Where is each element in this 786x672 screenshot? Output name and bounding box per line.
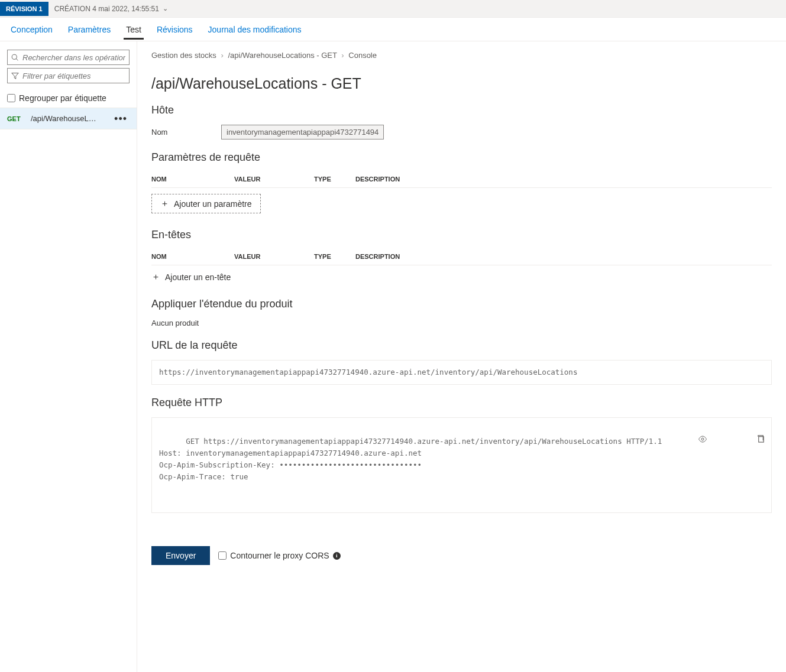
tab-design[interactable]: Conception	[8, 19, 55, 40]
revision-bar: RÉVISION 1 CRÉATION 4 mai 2022, 14:55:51…	[0, 0, 786, 18]
col-value: VALEUR	[234, 176, 314, 183]
breadcrumb: Gestion des stocks › /api/WarehouseLocat…	[151, 51, 772, 60]
tab-revisions[interactable]: Révisions	[154, 19, 195, 40]
add-param-label: Ajouter un paramètre	[174, 199, 252, 209]
headers-heading: En-têtes	[151, 229, 772, 241]
host-name-label: Nom	[151, 128, 216, 137]
col-name: NOM	[151, 176, 234, 183]
host-name-value[interactable]: inventorymanagementapiappapi4732771494	[221, 125, 384, 139]
http-request-body: GET https://inventorymanagementapiappapi…	[159, 437, 662, 481]
tab-changelog[interactable]: Journal des modifications	[206, 19, 304, 40]
add-header-button[interactable]: ＋ Ajouter un en-tête	[151, 271, 231, 283]
tab-test[interactable]: Test	[124, 19, 144, 40]
eye-icon[interactable]	[653, 423, 707, 459]
tab-params[interactable]: Paramètres	[66, 19, 113, 40]
http-request-heading: Requête HTTP	[151, 397, 772, 409]
operation-verb: GET	[7, 115, 31, 122]
more-icon[interactable]: •••	[112, 116, 130, 122]
http-request-box: GET https://inventorymanagementapiappapi…	[151, 417, 772, 513]
filter-tags[interactable]	[7, 68, 130, 83]
add-header-label: Ajouter un en-tête	[165, 272, 231, 282]
search-input[interactable]	[22, 53, 125, 62]
tab-bar: Conception Paramètres Test Révisions Jou…	[0, 18, 786, 41]
page-title: /api/WarehouseLocations - GET	[151, 75, 772, 92]
cors-checkbox[interactable]	[218, 551, 227, 560]
test-console: Gestion des stocks › /api/WarehouseLocat…	[137, 41, 786, 672]
group-by-tag[interactable]: Regrouper par étiquette	[0, 91, 137, 108]
col-value: VALEUR	[234, 253, 314, 260]
request-url-box: https://inventorymanagementapiappapi4732…	[151, 360, 772, 385]
col-type: TYPE	[314, 253, 355, 260]
crumb-console: Console	[348, 51, 377, 60]
col-name: NOM	[151, 253, 234, 260]
group-by-tag-checkbox[interactable]	[7, 94, 15, 102]
search-icon	[11, 54, 19, 61]
chevron-right-icon: ›	[341, 51, 344, 60]
request-url-heading: URL de la requête	[151, 339, 772, 352]
col-desc: DESCRIPTION	[355, 253, 772, 260]
creation-date-text: CRÉATION 4 mai 2022, 14:55:51	[54, 5, 159, 13]
query-params-heading: Paramètres de requête	[151, 151, 772, 164]
host-heading: Hôte	[151, 104, 772, 116]
chevron-down-icon: ⌄	[163, 5, 168, 12]
search-operations[interactable]	[7, 50, 130, 65]
operation-item[interactable]: GET /api/WarehouseL… •••	[0, 108, 137, 129]
crumb-operation[interactable]: /api/WarehouseLocations - GET	[228, 51, 337, 60]
revision-badge[interactable]: RÉVISION 1	[0, 2, 48, 16]
product-scope-heading: Appliquer l'étendue du produit	[151, 298, 772, 310]
query-params-header: NOM VALEUR TYPE DESCRIPTION	[151, 172, 772, 188]
cors-label: Contourner le proxy CORS	[230, 551, 329, 560]
svg-line-1	[16, 59, 18, 60]
chevron-right-icon: ›	[221, 51, 223, 60]
creation-date[interactable]: CRÉATION 4 mai 2022, 14:55:51 ⌄	[48, 5, 174, 13]
col-type: TYPE	[314, 176, 355, 183]
add-param-button[interactable]: ＋ Ajouter un paramètre	[151, 194, 261, 213]
plus-icon: ＋	[160, 198, 169, 209]
info-icon[interactable]: i	[333, 552, 341, 560]
filter-icon	[11, 72, 19, 80]
no-product-text: Aucun produit	[151, 319, 772, 327]
send-button[interactable]: Envoyer	[151, 546, 210, 565]
headers-header: NOM VALEUR TYPE DESCRIPTION	[151, 249, 772, 265]
operations-sidebar: Regrouper par étiquette GET /api/Warehou…	[0, 41, 137, 672]
crumb-api[interactable]: Gestion des stocks	[151, 51, 216, 60]
operation-path: /api/WarehouseL…	[31, 114, 112, 123]
cors-bypass[interactable]: Contourner le proxy CORS i	[218, 551, 340, 560]
group-by-tag-label: Regrouper par étiquette	[19, 93, 106, 103]
copy-icon[interactable]	[712, 423, 765, 459]
console-footer: Envoyer Contourner le proxy CORS i	[151, 537, 772, 577]
col-desc: DESCRIPTION	[355, 176, 772, 183]
filter-input[interactable]	[22, 72, 125, 80]
plus-icon: ＋	[151, 271, 160, 283]
svg-point-2	[701, 438, 704, 440]
